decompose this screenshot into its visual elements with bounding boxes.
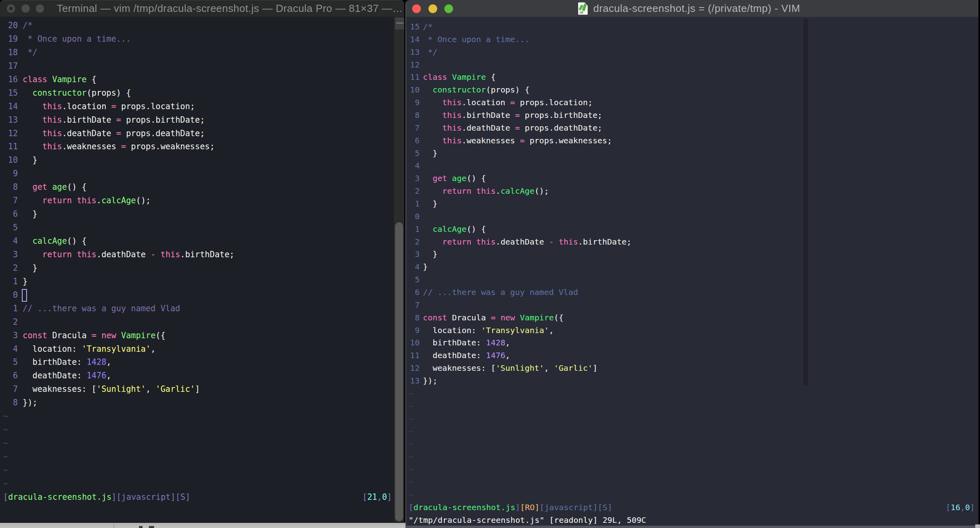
line-number: 18: [3, 46, 18, 60]
line-number: 4: [409, 160, 420, 172]
code-line: 0: [3, 289, 392, 302]
line-number: 12: [3, 127, 18, 141]
tilde-line: ~: [3, 450, 392, 464]
scrollbar-strip[interactable]: [803, 18, 808, 386]
desktop-divider: [114, 524, 114, 528]
vim-commandline: [3, 504, 392, 518]
code-line: 15 constructor(props) {: [3, 87, 392, 100]
code-line: 5 }: [409, 147, 975, 160]
code-line: 3const Dracula = new Vampire({: [3, 329, 392, 343]
code-line: 1}: [3, 275, 392, 289]
code-line: 13 this.birthDate = props.birthDate;: [3, 114, 392, 127]
js-document-icon: JS: [578, 2, 588, 15]
code-line: 8 this.birthDate = props.birthDate;: [409, 109, 975, 122]
tilde-line: ~: [3, 410, 392, 423]
line-number: 8: [3, 396, 18, 410]
background-artifact: [149, 526, 154, 528]
code-line: 11class Vampire {: [409, 71, 975, 84]
code-line: 16class Vampire {: [3, 73, 392, 87]
code-line: 12 this.deathDate = props.deathDate;: [3, 127, 392, 141]
macvim-window: JS dracula-screenshot.js = (/private/tmp…: [405, 0, 980, 526]
code-line: 11 deathDate: 1476,: [409, 349, 975, 362]
code-line: 1 }: [409, 198, 975, 210]
minimize-button[interactable]: [21, 4, 30, 13]
code-line: 4 calcAge() {: [3, 235, 392, 248]
line-number: 5: [409, 147, 420, 160]
code-line: 9 location: 'Transylvania',: [409, 324, 975, 337]
code-line: 15/*: [409, 21, 975, 33]
code-line: 19 * Once upon a time...: [3, 33, 392, 46]
close-button[interactable]: [412, 4, 421, 13]
desktop-background: [0, 523, 405, 528]
line-number: 3: [3, 248, 18, 262]
code-line: 3 }: [409, 248, 975, 261]
terminal-window: Terminal — vim /tmp/dracula-screenshot.j…: [0, 0, 404, 523]
line-number: 9: [409, 96, 420, 109]
code-line: 0: [409, 210, 975, 223]
line-number: 8: [409, 312, 420, 324]
line-number: 14: [409, 33, 420, 46]
line-number: 3: [3, 329, 18, 343]
line-number: 20: [3, 19, 18, 33]
tilde-line: ~: [3, 477, 392, 491]
line-number: 1: [409, 198, 420, 210]
code-line: 7: [409, 299, 975, 312]
line-number: 7: [409, 122, 420, 135]
line-number: 7: [409, 299, 420, 312]
code-line: 10 birthDate: 1428,: [409, 337, 975, 349]
line-number: 5: [3, 356, 18, 369]
tilde-line: ~: [3, 464, 392, 477]
code-line: 9: [3, 167, 392, 181]
code-line: 1// ...there was a guy named Vlad: [3, 302, 392, 316]
zoom-button[interactable]: [36, 4, 44, 13]
code-line: 1 calcAge() {: [409, 223, 975, 236]
line-number: 15: [3, 87, 18, 100]
code-line: 6// ...there was a guy named Vlad: [409, 286, 975, 299]
terminal-titlebar[interactable]: Terminal — vim /tmp/dracula-screenshot.j…: [0, 0, 404, 17]
line-number: 13: [3, 114, 18, 127]
desktop-corner: [975, 524, 980, 528]
code-line: 8 get age() {: [3, 181, 392, 194]
minimize-button[interactable]: [428, 4, 437, 13]
line-number: 7: [3, 194, 18, 208]
line-number: 8: [409, 109, 420, 122]
code-line: 4: [409, 160, 975, 172]
left-editor-area[interactable]: 20/*19 * Once upon a time...18 */1716cla…: [3, 19, 392, 518]
close-button[interactable]: [7, 4, 15, 13]
line-number: 5: [3, 221, 18, 235]
code-line: 20/*: [3, 19, 392, 33]
code-line: 6 this.weaknesses = props.weaknesses;: [409, 135, 975, 147]
line-number: 19: [3, 33, 18, 46]
zoom-button[interactable]: [444, 4, 453, 13]
code-line: 14 * Once upon a time...: [409, 33, 975, 46]
code-line: 8const Dracula = new Vampire({: [409, 312, 975, 324]
split-pane-icon[interactable]: [395, 17, 404, 29]
line-number: 5: [409, 274, 420, 286]
line-number: 13: [409, 46, 420, 59]
line-number: 9: [409, 324, 420, 337]
code-line: 14 this.location = props.location;: [3, 100, 392, 114]
line-number: 6: [3, 369, 18, 383]
code-line: 2 }: [3, 262, 392, 275]
code-line: 3 return this.deathDate - this.birthDate…: [3, 248, 392, 262]
macvim-bottom-edge: [405, 526, 980, 528]
code-line: 7 return this.calcAge();: [3, 194, 392, 208]
code-line: 4 location: 'Transylvania',: [3, 343, 392, 356]
tilde-line: ~: [409, 476, 975, 489]
code-line: 7 weaknesses: ['Sunlight', 'Garlic']: [3, 383, 392, 396]
line-number: 2: [409, 185, 420, 198]
scrollbar-thumb[interactable]: [395, 222, 403, 521]
code-line: 5: [3, 221, 392, 235]
line-number: 2: [3, 316, 18, 329]
tilde-line: ~: [409, 489, 975, 501]
line-number: 0: [409, 210, 420, 223]
ruler-position: [16,0]: [946, 501, 975, 514]
code-line: 5: [409, 274, 975, 286]
line-number: 7: [3, 383, 18, 396]
macvim-titlebar[interactable]: JS dracula-screenshot.js = (/private/tmp…: [406, 0, 980, 17]
line-number: 2: [3, 262, 18, 275]
ruler-position: [21,0]: [363, 491, 392, 504]
right-editor-area[interactable]: 15/*14 * Once upon a time...13 */1211cla…: [409, 21, 975, 526]
vim-cursor: [22, 289, 27, 302]
line-number: 3: [409, 248, 420, 261]
